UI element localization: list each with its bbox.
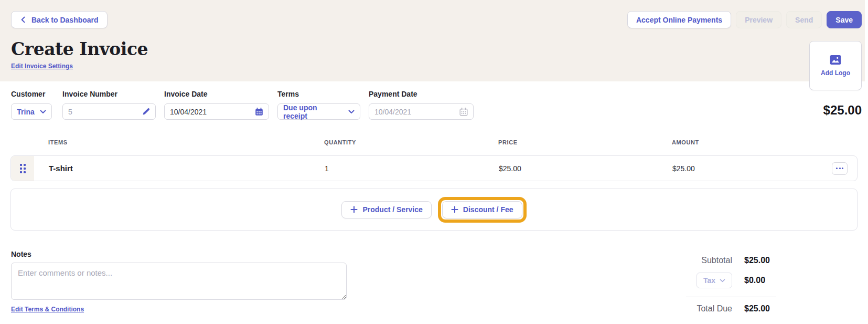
- total-due-value: $25.00: [744, 304, 770, 313]
- back-to-dashboard-button[interactable]: Back to Dashboard: [11, 11, 108, 28]
- invoice-number-input[interactable]: [68, 108, 142, 116]
- add-product-service-label: Product / Service: [362, 205, 422, 214]
- add-logo-label: Add Logo: [821, 69, 850, 77]
- item-name[interactable]: T-shirt: [34, 164, 325, 173]
- invoice-date-control: [164, 103, 269, 120]
- drag-handle[interactable]: [11, 156, 34, 181]
- chevron-down-icon: [40, 110, 46, 114]
- customer-value: Trina: [17, 108, 34, 116]
- invoice-date-field: Invoice Date: [164, 90, 269, 120]
- preview-button[interactable]: Preview: [736, 11, 781, 28]
- subtotal-value: $25.00: [744, 256, 770, 265]
- add-discount-fee-label: Discount / Fee: [463, 205, 513, 214]
- customer-label: Customer: [11, 90, 52, 98]
- plus-icon: [451, 206, 458, 213]
- item-price[interactable]: $25.00: [499, 164, 672, 173]
- add-discount-fee-button[interactable]: Discount / Fee: [442, 201, 522, 218]
- notes-textarea[interactable]: [11, 263, 347, 300]
- send-button[interactable]: Send: [786, 11, 822, 28]
- page-title: Create Invoice: [11, 39, 148, 59]
- payment-date-input[interactable]: [374, 108, 459, 116]
- pencil-icon[interactable]: [142, 108, 150, 116]
- total-due-label: Total Due: [686, 304, 732, 313]
- table-row[interactable]: T-shirt 1 $25.00 $25.00: [10, 155, 858, 181]
- totals-divider: [686, 297, 776, 297]
- image-icon: [830, 55, 841, 65]
- tax-row: Tax $0.00: [686, 273, 780, 288]
- tax-dropdown[interactable]: Tax: [696, 273, 732, 288]
- ellipsis-icon: [836, 168, 838, 169]
- accept-online-payments-button[interactable]: Accept Online Payments: [627, 11, 731, 28]
- invoice-date-input[interactable]: [170, 108, 255, 116]
- terms-value: Due upon receipt: [283, 103, 343, 120]
- column-header-amount: AMOUNT: [672, 139, 832, 145]
- total-due-row: Total Due $25.00: [686, 304, 780, 313]
- discount-fee-highlight-ring: Discount / Fee: [438, 197, 527, 223]
- invoice-total-amount: $25.00: [823, 103, 862, 118]
- subtotal-label: Subtotal: [686, 256, 732, 265]
- totals-panel: Subtotal $25.00 Tax $0.00 Total Due $25.…: [686, 256, 780, 321]
- save-button[interactable]: Save: [827, 11, 862, 28]
- tax-label: Tax: [703, 276, 715, 285]
- add-product-service-button[interactable]: Product / Service: [341, 201, 431, 218]
- back-button-label: Back to Dashboard: [31, 16, 99, 24]
- column-header-quantity: QUANTITY: [324, 139, 498, 145]
- chevron-down-icon: [720, 279, 725, 283]
- items-table-header: ITEMS QUANTITY PRICE AMOUNT: [10, 139, 858, 145]
- chevron-down-icon: [348, 110, 355, 114]
- header-actions: Accept Online Payments Preview Send Save: [627, 11, 862, 28]
- column-header-items: ITEMS: [34, 139, 324, 145]
- subtotal-row: Subtotal $25.00: [686, 256, 780, 265]
- plus-icon: [350, 206, 358, 213]
- terms-field: Terms Due upon receipt: [277, 90, 360, 120]
- drag-handle-icon: [20, 164, 26, 173]
- calendar-icon[interactable]: [255, 108, 263, 116]
- payment-date-field: Payment Date: [369, 90, 474, 120]
- invoice-number-label: Invoice Number: [62, 90, 156, 98]
- add-logo-button[interactable]: Add Logo: [809, 41, 862, 90]
- scrollbar-track[interactable]: [865, 0, 868, 81]
- item-amount: $25.00: [672, 164, 832, 173]
- invoice-number-control: [62, 103, 156, 120]
- chevron-left-icon: [20, 16, 27, 23]
- item-quantity[interactable]: 1: [325, 164, 499, 173]
- edit-terms-conditions-link[interactable]: Edit Terms & Conditions: [11, 306, 84, 313]
- add-items-card: Product / Service Discount / Fee: [10, 189, 858, 231]
- customer-dropdown[interactable]: Trina: [11, 103, 52, 120]
- payment-date-label: Payment Date: [369, 90, 474, 98]
- row-menu-button[interactable]: [832, 162, 848, 175]
- invoice-number-field: Invoice Number: [62, 90, 156, 120]
- customer-field: Customer Trina: [11, 90, 52, 120]
- edit-invoice-settings-link[interactable]: Edit Invoice Settings: [11, 62, 73, 70]
- create-invoice-page: Back to Dashboard Accept Online Payments…: [0, 0, 868, 324]
- terms-label: Terms: [277, 90, 360, 98]
- payment-date-control: [369, 103, 474, 120]
- column-header-price: PRICE: [498, 139, 672, 145]
- terms-dropdown[interactable]: Due upon receipt: [277, 103, 360, 120]
- notes-label: Notes: [11, 250, 31, 258]
- invoice-date-label: Invoice Date: [164, 90, 269, 98]
- calendar-icon: [459, 108, 468, 116]
- tax-value: $0.00: [744, 276, 765, 285]
